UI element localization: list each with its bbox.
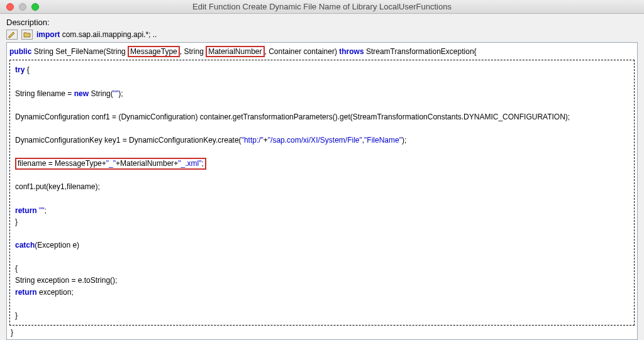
window-controls: [0, 3, 39, 11]
edit-icon[interactable]: [6, 30, 18, 40]
method-body[interactable]: try { String filename = new String(""); …: [9, 60, 635, 326]
highlight-filename-assignment: filename = MessageType+"_"+MaterialNumbe…: [15, 158, 206, 169]
description-label: Description:: [6, 18, 638, 27]
method-signature: public String Set_FileName(String Messag…: [9, 45, 635, 60]
zoom-window-icon[interactable]: [31, 3, 39, 11]
code-editor[interactable]: public String Set_FileName(String Messag…: [6, 42, 638, 340]
import-keyword: import: [36, 30, 60, 39]
window-title: Edit Function Create Dynamic File Name o…: [0, 2, 644, 11]
titlebar: Edit Function Create Dynamic File Name o…: [0, 0, 644, 14]
close-window-icon[interactable]: [6, 3, 14, 11]
highlight-param-materialnumber: MaterialNumber: [206, 46, 264, 57]
import-statement: import com.sap.aii.mapping.api.*; ..: [36, 30, 157, 39]
minimize-window-icon[interactable]: [19, 3, 26, 11]
toolbar: import com.sap.aii.mapping.api.*; ..: [6, 30, 638, 40]
folder-icon[interactable]: [21, 30, 33, 40]
highlight-param-messagetype: MessageType: [128, 46, 180, 57]
closing-brace: }: [9, 326, 635, 337]
